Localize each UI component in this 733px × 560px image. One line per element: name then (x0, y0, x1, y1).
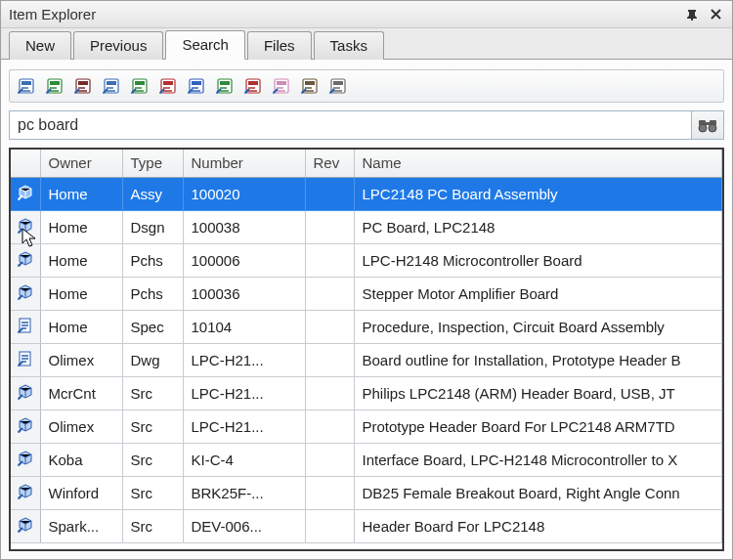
col-type[interactable]: Type (122, 150, 183, 178)
tab-content: Owner Type Number Rev Name HomeAssy10002… (1, 60, 732, 559)
tabstrip: New Previous Search Files Tasks (1, 28, 732, 60)
row-type-icon (11, 477, 40, 510)
cell-rev (305, 444, 354, 477)
table-row[interactable]: HomeDsgn100038PC Board, LPC2148 (11, 211, 722, 244)
cell-number: BRK25F-... (183, 477, 305, 510)
table-row[interactable]: HomeSpec10104Procedure, Inspection, Circ… (11, 311, 722, 344)
cell-type: Spec (122, 311, 183, 344)
cell-number: KI-C-4 (183, 444, 305, 477)
table-row[interactable]: McrCntSrcLPC-H21...Philips LPC2148 (ARM)… (11, 377, 722, 410)
filter-xred-icon (158, 76, 178, 96)
svg-rect-22 (220, 81, 230, 85)
search-run-button[interactable] (691, 110, 724, 140)
col-rev[interactable]: Rev (305, 150, 354, 178)
filter-check-icon (130, 76, 150, 96)
row-type-icon (11, 178, 40, 211)
table-row[interactable]: HomeAssy100020LPC2148 PC Board Assembly (11, 178, 722, 211)
tab-previous[interactable]: Previous (73, 31, 163, 60)
tab-label: Tasks (330, 37, 367, 54)
col-owner[interactable]: Owner (40, 150, 122, 178)
col-icon[interactable] (11, 150, 40, 178)
table-row[interactable]: OlimexSrcLPC-H21...Prototype Header Boar… (11, 410, 722, 444)
row-type-icon (11, 311, 40, 344)
filter-home-button[interactable] (297, 73, 323, 99)
cell-number: 100038 (183, 211, 305, 244)
cell-type: Assy (122, 178, 183, 211)
svg-rect-7 (78, 81, 88, 85)
svg-rect-31 (305, 81, 315, 85)
cell-number: 100006 (183, 244, 305, 278)
tab-files[interactable]: Files (247, 31, 312, 60)
filter-checkdoc-button[interactable] (212, 73, 237, 99)
pin-button[interactable] (681, 5, 703, 24)
close-button[interactable] (705, 5, 726, 24)
filter-green-button[interactable] (42, 73, 67, 99)
cell-rev (305, 377, 354, 410)
svg-rect-19 (192, 81, 201, 85)
filter-checkdoc-icon (215, 76, 235, 96)
cell-name: LPC2148 PC Board Assembly (354, 178, 722, 211)
cell-number: LPC-H21... (183, 410, 305, 444)
col-name[interactable]: Name (354, 150, 722, 178)
cell-number: 10104 (183, 311, 305, 344)
tab-new[interactable]: New (9, 31, 71, 60)
svg-rect-4 (50, 81, 60, 85)
filter-pink-button[interactable] (269, 73, 294, 99)
table-row[interactable]: WinfordSrcBRK25F-...DB25 Female Breakout… (11, 477, 722, 510)
cell-type: Src (122, 410, 183, 444)
cell-owner: Home (40, 278, 122, 311)
window-title: Item Explorer (9, 6, 679, 22)
cell-owner: Home (40, 311, 122, 344)
cell-type: Pchs (122, 278, 183, 311)
filter-maroon-button[interactable] (70, 73, 96, 99)
cell-type: Pchs (122, 244, 183, 278)
filter-xred-button[interactable] (155, 73, 181, 99)
cell-rev (305, 244, 354, 278)
col-number[interactable]: Number (183, 150, 305, 178)
header-row: Owner Type Number Rev Name (11, 150, 722, 178)
filter-bluearrow-button[interactable] (184, 73, 209, 99)
cell-name: Header Board For LPC2148 (354, 510, 722, 543)
tab-search[interactable]: Search (165, 30, 245, 60)
search-input[interactable] (9, 110, 691, 140)
cell-number: DEV-006... (183, 510, 305, 543)
filter-home-icon (300, 76, 320, 96)
table-row[interactable]: HomePchs100036Stepper Motor Amplifier Bo… (11, 278, 722, 311)
svg-point-38 (699, 124, 707, 132)
filter-xdoc-button[interactable] (240, 73, 266, 99)
table-row[interactable]: KobaSrcKI-C-4Interface Board, LPC-H2148 … (11, 444, 722, 477)
cell-number: 100020 (183, 178, 305, 211)
cell-name: LPC-H2148 Microcontroller Board (354, 244, 722, 278)
filter-factory-button[interactable] (325, 73, 351, 99)
tab-label: New (25, 37, 55, 54)
tab-tasks[interactable]: Tasks (314, 31, 384, 60)
filter-doc-button[interactable] (99, 73, 124, 99)
tab-label: Previous (90, 37, 147, 54)
cell-name: Philips LPC2148 (ARM) Header Board, USB,… (354, 377, 722, 410)
cell-name: PC Board, LPC2148 (354, 211, 722, 244)
row-type-icon (11, 244, 40, 278)
table-row[interactable]: OlimexDwgLPC-H21...Board outline for Ins… (11, 344, 722, 377)
filter-assy-button[interactable] (14, 73, 39, 99)
filter-toolbar (9, 69, 724, 103)
cell-owner: Winford (40, 477, 122, 510)
cell-name: Prototype Header Board For LPC2148 ARM7T… (354, 410, 722, 444)
filter-bluearrow-icon (187, 76, 206, 96)
cell-rev (305, 211, 354, 244)
table-row[interactable]: Spark...SrcDEV-006...Header Board For LP… (11, 510, 722, 543)
cell-owner: Home (40, 244, 122, 278)
cell-owner: McrCnt (40, 377, 122, 410)
cell-owner: Home (40, 211, 122, 244)
cell-rev (305, 178, 354, 211)
filter-check-button[interactable] (127, 73, 152, 99)
close-icon (711, 9, 721, 20)
row-type-icon (11, 278, 40, 311)
cell-type: Src (122, 477, 183, 510)
cell-name: DB25 Female Breakout Board, Right Angle … (354, 477, 722, 510)
row-type-icon (11, 510, 40, 543)
filter-maroon-icon (73, 76, 93, 96)
results-grid[interactable]: Owner Type Number Rev Name HomeAssy10002… (11, 150, 722, 543)
table-row[interactable]: HomePchs100006LPC-H2148 Microcontroller … (11, 244, 722, 278)
tab-label: Search (182, 36, 229, 53)
filter-assy-icon (17, 76, 36, 96)
